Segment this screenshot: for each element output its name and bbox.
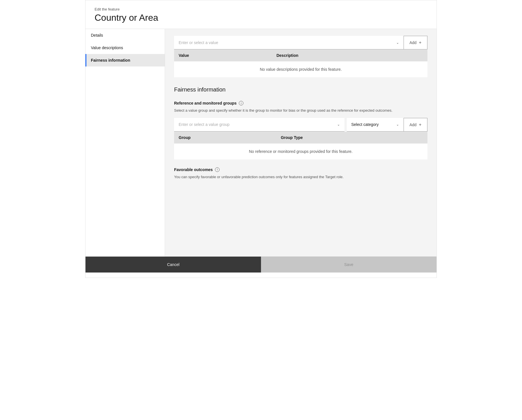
value-table-empty-message: No value descriptions provided for this …	[174, 61, 427, 78]
sidebar-item-value-descriptions[interactable]: Value descriptions	[85, 41, 165, 54]
group-select-chevron-icon: ⌄	[337, 122, 340, 126]
groups-table: Group Group Type No reference or monitor…	[174, 132, 427, 159]
category-select-input[interactable]: Select category ⌄	[347, 118, 404, 132]
description-col-header: Description	[272, 50, 427, 61]
reference-groups-subsection: Reference and monitored groups i Select …	[174, 101, 427, 159]
value-add-plus-icon: +	[419, 40, 421, 45]
value-input-row: Enter or select a value ⌄ Add +	[174, 36, 427, 49]
value-select-placeholder: Enter or select a value	[179, 40, 218, 45]
page-title: Country or Area	[95, 13, 427, 23]
groups-input-row: Enter or select a value group ⌄ Select c…	[174, 118, 427, 132]
save-button: Save	[261, 257, 437, 273]
value-select-input[interactable]: Enter or select a value ⌄	[174, 36, 404, 49]
value-descriptions-table: Value Description No value descriptions …	[174, 50, 427, 77]
favorable-outcomes-subsection: Favorable outcomes i You can specify fav…	[174, 167, 427, 180]
groups-add-button[interactable]: Add +	[404, 118, 427, 132]
reference-groups-title: Reference and monitored groups	[174, 101, 237, 105]
favorable-outcomes-info-icon[interactable]: i	[215, 167, 220, 172]
category-select-placeholder: Select category	[351, 122, 379, 127]
reference-groups-description: Select a value group and specify whether…	[174, 108, 427, 113]
main-layout: Details Value descriptions Fairness info…	[85, 29, 437, 256]
group-select-input[interactable]: Enter or select a value group ⌄	[174, 118, 344, 132]
groups-table-empty-message: No reference or monitored groups provide…	[174, 143, 427, 159]
reference-groups-info-icon[interactable]: i	[239, 101, 243, 105]
value-table-empty-row: No value descriptions provided for this …	[174, 61, 427, 78]
favorable-outcomes-title: Favorable outcomes	[174, 167, 213, 172]
sidebar-item-fairness-information[interactable]: Fairness information	[85, 54, 165, 66]
header-subtitle: Edit the feature	[95, 7, 427, 11]
value-descriptions-table-block: Value Description No value descriptions …	[174, 50, 427, 77]
main-content: Enter or select a value ⌄ Add + Value De…	[165, 29, 437, 256]
value-col-header: Value	[174, 50, 272, 61]
value-select-chevron-icon: ⌄	[396, 41, 399, 45]
cancel-button[interactable]: Cancel	[85, 257, 261, 273]
fairness-section-title: Fairness information	[174, 86, 427, 93]
fairness-section: Fairness information Reference and monit…	[174, 86, 427, 180]
header: Edit the feature Country or Area	[85, 0, 437, 29]
page-wrapper: Edit the feature Country or Area Details…	[85, 0, 437, 278]
footer: Cancel Save	[85, 256, 437, 273]
sidebar: Details Value descriptions Fairness info…	[85, 29, 165, 256]
group-col-header: Group	[174, 132, 276, 144]
sidebar-item-details[interactable]: Details	[85, 29, 165, 41]
groups-table-empty-row: No reference or monitored groups provide…	[174, 143, 427, 159]
category-select-chevron-icon: ⌄	[396, 122, 399, 126]
group-select-placeholder: Enter or select a value group	[179, 122, 229, 127]
value-add-button[interactable]: Add +	[404, 36, 427, 49]
favorable-outcomes-description: You can specify favorable or unfavorable…	[174, 174, 427, 180]
groups-table-block: Group Group Type No reference or monitor…	[174, 132, 427, 159]
groups-add-plus-icon: +	[419, 122, 421, 127]
favorable-outcomes-header: Favorable outcomes i	[174, 167, 427, 172]
reference-groups-header: Reference and monitored groups i	[174, 101, 427, 105]
group-type-col-header: Group Type	[276, 132, 427, 144]
